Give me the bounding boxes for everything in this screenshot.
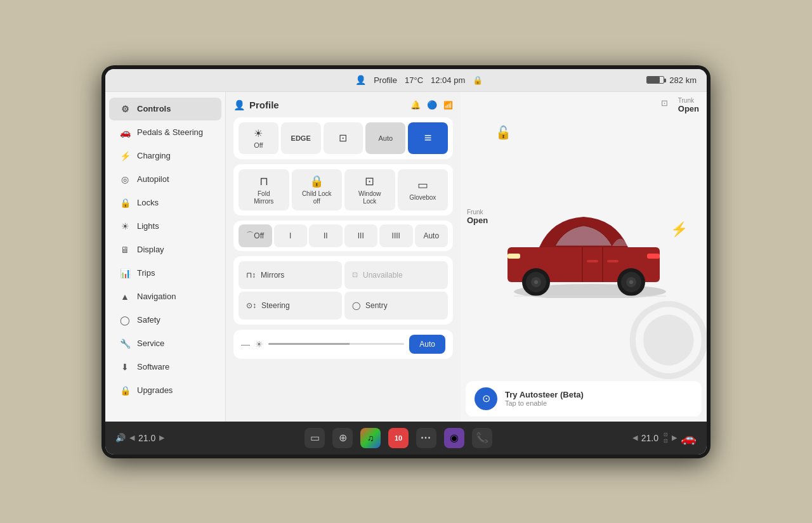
steering-cell[interactable]: ⊙↕ Steering <box>239 292 342 320</box>
sidebar-item-software[interactable]: ⬇ Software <box>109 356 221 378</box>
media-player-icon[interactable]: ▭ <box>304 428 325 448</box>
sidebar-item-autopilot[interactable]: ◎ Autopilot <box>109 168 221 191</box>
screen-inner: 👤 Profile 17°C 12:04 pm 🔒 282 km ⚙ Contr… <box>105 69 707 455</box>
display-mode3-button[interactable]: ⊡ <box>324 122 363 154</box>
taskbar-center: ▭ ⊕ ♫ 10 ••• ◉ 📞 <box>304 428 492 448</box>
sidebar-item-safety[interactable]: ◯ Safety <box>109 309 221 332</box>
brightness-min-icon: — <box>241 339 250 349</box>
fold-mirrors-button[interactable]: ⊓ FoldMirrors <box>239 169 289 210</box>
wiper-controls: ⌒ Off I II III IIII <box>233 221 453 251</box>
glovebox-button[interactable]: ▭ Glovebox <box>398 169 449 210</box>
sidebar-item-controls[interactable]: ⚙ Controls <box>109 98 221 120</box>
window-lock-button[interactable]: ⊡ WindowLock <box>344 169 395 210</box>
controls-grid: ⊓↕ Mirrors ⊡ Unavailable ⊙↕ Steering ◯ S… <box>233 256 453 325</box>
sidebar-label-lights: Lights <box>137 221 159 231</box>
battery-indicator <box>646 76 664 84</box>
child-lock-label: Child Lockoff <box>302 190 332 205</box>
wiper-4-button[interactable]: IIII <box>379 224 413 247</box>
phone-icon[interactable]: 📞 <box>472 428 492 448</box>
mirrors-cell-label: Mirrors <box>261 271 284 280</box>
unavailable-label: Unavailable <box>363 271 403 280</box>
status-temperature: 17°C <box>405 75 423 85</box>
sidebar-label-software: Software <box>137 362 169 371</box>
sidebar-item-navigation[interactable]: ▲ Navigation <box>109 285 221 308</box>
lock-open-icon: 🔓 <box>495 126 511 139</box>
calendar-icon[interactable]: 10 <box>388 428 409 448</box>
temp-left-control: 21.0 <box>138 433 155 443</box>
controls-icon: ⚙ <box>119 103 131 115</box>
autosteer-text: Try Autosteer (Beta) Tap to enable <box>505 390 584 407</box>
wiper-auto-button[interactable]: Auto <box>415 224 449 247</box>
brightness-sun-icon: ☀ <box>255 339 263 349</box>
profile-title-text: Profile <box>249 100 279 110</box>
sidebar-label-pedals: Pedals & Steering <box>137 127 203 137</box>
trunk-icon-top: ⊡ <box>661 98 668 108</box>
volume-icon[interactable]: 🔊 <box>115 433 126 442</box>
frunk-status: Frunk Open <box>467 209 488 225</box>
display-auto-button[interactable]: Auto <box>365 122 405 154</box>
sidebar-item-service[interactable]: 🔧 Service <box>109 332 221 355</box>
charging-icon: ⚡ <box>119 150 131 162</box>
lock-buttons-group: ⊓ FoldMirrors 🔒 Child Lockoff ⊡ WindowLo… <box>233 164 453 216</box>
safety-icon: ◯ <box>119 314 131 326</box>
charging-bolt-icon: ⚡ <box>671 221 688 238</box>
profile-user-icon: 👤 <box>233 100 246 111</box>
svg-rect-5 <box>607 260 619 262</box>
window-lock-label: WindowLock <box>358 190 381 205</box>
sentry-cell[interactable]: ◯ Sentry <box>344 292 448 320</box>
sidebar-item-charging[interactable]: ⚡ Charging <box>109 145 221 167</box>
status-time: 12:04 pm <box>431 75 465 85</box>
sidebar-label-charging: Charging <box>137 151 171 160</box>
trunk-value: Open <box>678 104 699 113</box>
sidebar-item-display[interactable]: 🖥 Display <box>109 238 221 261</box>
wiper-3-button[interactable]: III <box>344 224 378 247</box>
car-image <box>495 197 672 298</box>
sidebar-label-safety: Safety <box>137 315 160 325</box>
lights-icon: ☀ <box>119 221 131 232</box>
child-lock-button[interactable]: 🔒 Child Lockoff <box>292 169 343 210</box>
wiper-off-label: Off <box>254 231 264 240</box>
autosteer-banner[interactable]: ⊙ Try Autosteer (Beta) Tap to enable <box>466 381 702 416</box>
nav-icon[interactable]: ⊕ <box>332 428 353 448</box>
sidebar-item-pedals[interactable]: 🚗 Pedals & Steering <box>109 121 221 144</box>
temp-left-value: 21.0 <box>138 433 155 443</box>
bell-icon[interactable]: 🔔 <box>410 100 421 110</box>
frunk-value: Open <box>467 216 488 225</box>
wiper-1-button[interactable]: I <box>274 224 308 247</box>
display-off-button[interactable]: ☀ Off <box>239 122 278 154</box>
temp-chevron-right: ▶ <box>159 434 164 442</box>
car-taskbar-icon[interactable]: 🚗 <box>681 430 697 446</box>
glovebox-label: Glovebox <box>409 194 436 202</box>
wiper-2-button[interactable]: II <box>309 224 343 247</box>
display-edge-button[interactable]: EDGE <box>281 122 321 154</box>
status-bar: 👤 Profile 17°C 12:04 pm 🔒 282 km <box>105 69 707 92</box>
brightness-auto-button[interactable]: Auto <box>409 335 445 354</box>
brightness-auto-label: Auto <box>419 340 435 349</box>
svg-point-15 <box>629 280 633 284</box>
steering-wheel-icon: ⊙ <box>482 392 490 404</box>
navigation-icon: ▲ <box>119 291 131 302</box>
display-active-button[interactable]: ≡ <box>408 122 448 154</box>
sidebar: ⚙ Controls 🚗 Pedals & Steering ⚡ Chargin… <box>105 92 226 422</box>
svg-rect-7 <box>647 254 660 259</box>
sidebar-item-upgrades[interactable]: 🔒 Upgrades <box>109 379 221 402</box>
wiper-3-label: III <box>358 231 364 240</box>
brightness-slider[interactable] <box>268 343 404 345</box>
mirrors-cell-icon: ⊓↕ <box>246 271 256 280</box>
wiper-off-button[interactable]: ⌒ Off <box>239 224 272 247</box>
more-icon[interactable]: ••• <box>416 428 436 448</box>
sidebar-item-lights[interactable]: ☀ Lights <box>109 215 221 238</box>
mode3-icon: ⊡ <box>339 132 347 144</box>
unavailable-icon: ⊡ <box>352 271 358 279</box>
frunk-label: Frunk <box>467 209 488 216</box>
wiper-4-label: IIII <box>392 231 400 240</box>
mirrors-cell[interactable]: ⊓↕ Mirrors <box>239 261 342 289</box>
taskbar-left: 🔊 ◀ 21.0 ▶ <box>115 433 164 443</box>
sentry-icon: ◯ <box>352 301 360 310</box>
sidebar-item-trips[interactable]: 📊 Trips <box>109 262 221 285</box>
camera-icon[interactable]: ◉ <box>444 428 464 448</box>
music-icon[interactable]: ♫ <box>360 428 381 448</box>
sidebar-item-locks[interactable]: 🔒 Locks <box>109 191 221 214</box>
sentry-label: Sentry <box>365 301 388 310</box>
signal-icon: 📶 <box>443 101 453 110</box>
